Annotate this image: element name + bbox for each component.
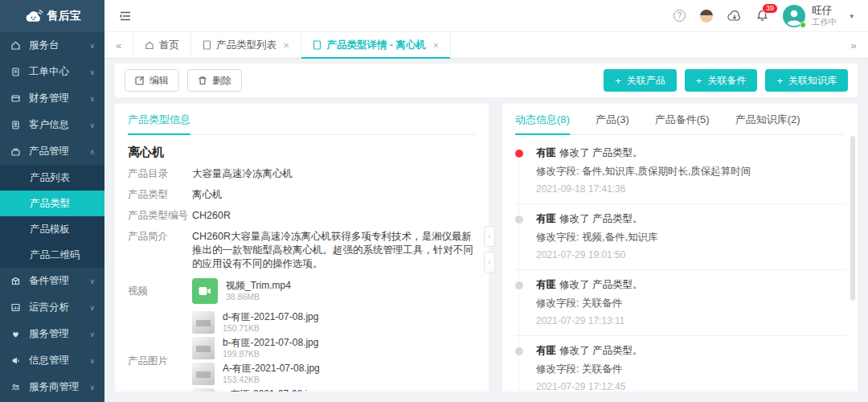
relate-knowledge-base-button[interactable]: + 关联知识库	[765, 69, 848, 92]
activity-card: 动态信息(8) 产品(3) 产品备件(5) 产品知识库(2) 有匪修改了 产品类…	[502, 104, 858, 392]
delete-button[interactable]: 删除	[187, 69, 242, 92]
plus-icon: +	[615, 76, 621, 86]
sidebar-item-spare-parts[interactable]: 备件管理 ∨	[0, 268, 104, 294]
sidebar-item-product-list[interactable]: 产品列表	[0, 165, 104, 191]
video-file[interactable]: 视频_Trim.mp4 38.86MB	[192, 278, 291, 304]
close-icon[interactable]: ✕	[432, 41, 439, 50]
sidebar-item-service-mgmt[interactable]: 服务管理 ∨	[0, 321, 104, 347]
timeline-dot	[515, 347, 523, 355]
support-agent-icon[interactable]	[700, 10, 713, 23]
collapse-menu-icon[interactable]	[119, 10, 132, 22]
app-title: 售后宝	[47, 9, 81, 23]
help-icon[interactable]: ?	[674, 10, 686, 22]
image-thumbnail	[192, 388, 215, 392]
relate-product-button[interactable]: + 关联产品	[604, 69, 677, 92]
tab-product-type-info[interactable]: 产品类型信息	[128, 104, 190, 134]
sidebar-item-product[interactable]: 产品管理 ∧	[0, 138, 104, 165]
image-file[interactable]: d-有匪-2021-07-08.jpg150.71KB	[192, 311, 320, 334]
cards-row: 产品类型信息 离心机 产品目录 大容量高速冷冻离心机 产品类型 离心机 产品类型…	[115, 104, 858, 392]
image-thumbnail	[192, 363, 215, 385]
finance-icon	[10, 93, 21, 104]
online-status-dot	[800, 22, 806, 28]
user-name: 旺仔	[812, 5, 837, 16]
tab-activity[interactable]: 动态信息(8)	[515, 104, 570, 134]
cloud-download-icon[interactable]	[727, 10, 742, 22]
user-menu[interactable]: 旺仔 工作中 ▾	[783, 5, 854, 27]
app-logo[interactable]: 售后宝	[0, 0, 104, 32]
relate-spare-part-button[interactable]: + 关联备件	[685, 69, 758, 92]
chevron-down-icon: ∨	[89, 330, 95, 338]
spare-parts-icon	[10, 276, 21, 286]
scrollbar-thumb[interactable]	[850, 136, 855, 301]
timeline-item: 有匪修改了 产品类型。 修改字段: 关联备件 2021-07-29 17:12:…	[515, 336, 845, 392]
sidebar-item-info-mgmt[interactable]: 信息管理 ∨	[0, 347, 104, 374]
field-video: 视频 视频_Trim.mp4 38.86MB	[128, 278, 476, 304]
product-type-info-card: 产品类型信息 离心机 产品目录 大容量高速冷冻离心机 产品类型 离心机 产品类型…	[115, 104, 489, 392]
analytics-icon	[10, 302, 21, 313]
sidebar-item-customer[interactable]: 客户信息 ∨	[0, 112, 104, 138]
panel-resize-handles: ‹ ›	[484, 226, 495, 273]
main-area: ? 39 旺仔	[104, 0, 868, 402]
image-file[interactable]: b-有匪-2021-07-08.jpg199.87KB	[192, 337, 320, 359]
tab-product-type-detail[interactable]: 产品类型详情 - 离心机 ✕	[301, 32, 451, 58]
timeline-item: 有匪修改了 产品类型。 修改字段: 备件,知识库,质保期时长,质保起算时间 20…	[515, 138, 845, 204]
sidebar-item-product-template[interactable]: 产品模板	[0, 216, 104, 242]
service-desk-icon	[10, 40, 21, 51]
sidebar-nav: 服务台 ∨ 工单中心 ∨ 财务管理 ∨ 客户信息 ∨ 产品管理 ∧ 产品列表 产…	[0, 32, 104, 402]
image-file[interactable]: c-有匪-2021-07-08.jpg179.14KB	[192, 388, 320, 392]
expand-right-panel-button[interactable]: ›	[484, 252, 495, 273]
tab-spare-parts[interactable]: 产品备件(5)	[655, 104, 710, 134]
toolbar: 编辑 删除 + 关联产品 + 关联备件 + 关联知识库	[115, 64, 858, 97]
trash-icon	[198, 76, 207, 85]
tab-product-type-list[interactable]: 产品类型列表 ✕	[191, 32, 301, 58]
timeline-dot	[515, 150, 523, 158]
tabs-scroll-right-icon[interactable]: »	[839, 32, 868, 58]
header-actions: ? 39 旺仔	[674, 5, 854, 27]
notification-bell-icon[interactable]: 39	[756, 10, 768, 22]
tabs-scroll-left-icon[interactable]: «	[104, 32, 133, 58]
field-code: 产品类型编号 CH260R	[128, 209, 476, 223]
service-heart-icon	[10, 329, 21, 339]
sidebar-item-service-desk[interactable]: 服务台 ∨	[0, 32, 104, 59]
collapse-left-panel-button[interactable]: ‹	[484, 226, 495, 247]
work-order-icon	[10, 67, 21, 77]
chevron-down-icon: ∨	[89, 357, 95, 365]
sidebar-item-product-type[interactable]: 产品类型	[0, 191, 104, 216]
sidebar-item-product-qrcode[interactable]: 产品二维码	[0, 242, 104, 268]
sidebar-item-finance[interactable]: 财务管理 ∨	[0, 85, 104, 112]
chevron-down-icon: ∨	[89, 95, 95, 103]
chevron-down-icon: ▾	[850, 12, 854, 20]
cloud-logo-icon	[24, 9, 43, 23]
provider-icon	[10, 382, 21, 392]
page-content: 编辑 删除 + 关联产品 + 关联备件 + 关联知识库	[104, 59, 868, 402]
product-submenu: 产品列表 产品类型 产品模板 产品二维码	[0, 165, 104, 268]
timeline-dot	[515, 281, 523, 289]
edit-button[interactable]: 编辑	[125, 69, 179, 92]
close-icon[interactable]: ✕	[283, 41, 289, 50]
chevron-up-icon: ∧	[89, 148, 95, 156]
edit-icon	[135, 76, 145, 85]
field-catalog: 产品目录 大容量高速冷冻离心机	[128, 167, 476, 181]
video-file-name: 视频_Trim.mp4	[226, 280, 291, 291]
sidebar-item-analytics[interactable]: 运营分析 ∨	[0, 294, 104, 321]
field-product-images: 产品图片 d-有匪-2021-07-08.jpg150.71KB b-有匪-20…	[128, 311, 476, 392]
chevron-down-icon: ∨	[89, 121, 95, 129]
sidebar-item-work-order[interactable]: 工单中心 ∨	[0, 59, 104, 85]
product-icon	[10, 146, 21, 157]
field-type: 产品类型 离心机	[128, 188, 476, 202]
chevron-down-icon: ∨	[89, 384, 95, 392]
video-file-size: 38.86MB	[226, 292, 291, 302]
page-tabbar: « 首页 产品类型列表 ✕ 产品类型详情 - 离心机 ✕ »	[104, 32, 868, 59]
user-status: 工作中	[812, 17, 837, 27]
plus-icon: +	[696, 76, 702, 86]
tab-products[interactable]: 产品(3)	[596, 104, 629, 134]
tab-home[interactable]: 首页	[133, 32, 191, 58]
image-file[interactable]: A-有匪-2021-07-08.jpg153.42KB	[192, 363, 320, 385]
sidebar-item-provider-mgmt[interactable]: 服务商管理 ∨	[0, 374, 104, 400]
document-icon	[203, 40, 211, 50]
product-type-title: 离心机	[128, 145, 476, 160]
chevron-down-icon: ∨	[89, 68, 95, 76]
tab-knowledge-base[interactable]: 产品知识库(2)	[735, 104, 800, 134]
sidebar: 售后宝 服务台 ∨ 工单中心 ∨ 财务管理 ∨ 客户信息 ∨ 产品管理 ∧	[0, 0, 104, 402]
notification-badge: 39	[762, 3, 778, 14]
